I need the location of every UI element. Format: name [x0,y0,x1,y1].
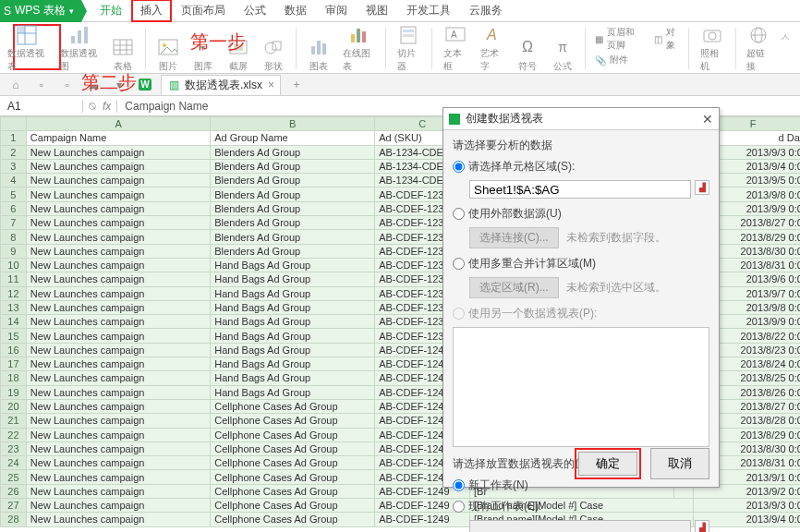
row-header[interactable]: 5 [1,187,27,201]
row-header[interactable]: 18 [1,371,27,385]
cell[interactable]: New Launches campaign [26,286,210,300]
cell[interactable]: Cellphone Cases Ad Group [211,470,375,484]
ribbon-textbox[interactable]: A文本框 [440,24,471,73]
radio-existsheet[interactable] [453,501,465,513]
row-header[interactable]: 6 [1,201,27,215]
row-header[interactable]: 11 [1,272,27,286]
cell[interactable]: New Launches campaign [26,258,210,272]
cell[interactable]: New Launches campaign [26,470,210,484]
radio-external[interactable] [453,208,465,220]
ribbon-symbol[interactable]: Ω符号 [513,24,542,73]
menu-review[interactable]: 审阅 [316,0,357,22]
ribbon-equation[interactable]: π公式 [548,24,577,73]
close-icon[interactable]: × [268,79,274,91]
cell[interactable]: New Launches campaign [26,343,210,357]
row-header[interactable]: 7 [1,216,27,230]
row-header[interactable]: 13 [1,300,27,314]
row-header[interactable]: 28 [1,513,27,526]
opt-external[interactable]: 使用外部数据源(U) [453,206,709,222]
cell[interactable]: New Launches campaign [26,159,210,173]
cell[interactable]: New Launches campaign [26,456,210,470]
row-header[interactable]: 19 [1,385,27,399]
cell[interactable]: New Launches campaign [26,385,210,399]
cell[interactable]: New Launches campaign [26,414,210,428]
menu-view[interactable]: 视图 [357,0,397,22]
ribbon-slicer[interactable]: 切片器 [394,24,425,73]
ribbon-pivottable[interactable]: 数据透视表 [4,24,51,73]
cell[interactable]: New Launches campaign [26,484,210,498]
cell[interactable]: Blenders Ad Group [211,187,375,201]
cell[interactable]: New Launches campaign [26,428,210,441]
cell[interactable]: New Launches campaign [26,187,210,201]
dropdown-icon[interactable]: ▾ [69,6,74,16]
row-header[interactable]: 16 [1,343,27,357]
ribbon-table[interactable]: 表格 [108,24,138,73]
cell[interactable]: Hand Bags Ad Group [211,371,375,385]
row-header[interactable]: 15 [1,329,27,343]
ribbon-pivotchart[interactable]: 数据透视图 [56,24,103,73]
cell[interactable]: Blenders Ad Group [211,201,375,215]
menu-cloud[interactable]: 云服务 [460,0,512,22]
row-header[interactable]: 27 [1,499,27,513]
menu-layout[interactable]: 页面布局 [172,0,235,22]
cell[interactable]: New Launches campaign [26,499,210,513]
cell[interactable]: Blenders Ad Group [211,159,375,173]
ribbon-camera[interactable]: 照相机 [697,24,728,73]
cell[interactable]: New Launches campaign [26,315,210,329]
range-picker-icon[interactable]: ▟ [695,180,709,195]
formula-value[interactable]: Campaign Name [117,100,215,113]
cell[interactable]: Hand Bags Ad Group [211,315,375,329]
ribbon-chart[interactable]: 图表 [304,24,333,73]
cell[interactable]: New Launches campaign [26,174,210,187]
menu-data[interactable]: 数据 [275,0,316,22]
menu-start[interactable]: 开始 [91,0,131,22]
cell[interactable]: Campaign Name [26,131,210,145]
cell[interactable]: Blenders Ad Group [211,230,375,244]
ribbon-headerfooter[interactable]: ▦页眉和页脚 [593,26,645,52]
row-header[interactable]: 14 [1,315,27,329]
cancel-button[interactable]: 取消 [650,448,709,479]
cell[interactable]: Cellphone Cases Ad Group [211,399,375,413]
radio-newsheet[interactable] [453,479,465,491]
ribbon-attachment[interactable]: 📎附件 [593,54,630,66]
doc-tab-active[interactable]: ▥ 数据透视表.xlsx × [161,75,281,95]
row-header[interactable]: 22 [1,428,27,441]
row-header[interactable]: 21 [1,414,27,428]
opt-select-range[interactable]: 请选择单元格区域(S): [453,159,709,175]
cell[interactable]: Hand Bags Ad Group [211,300,375,314]
cell[interactable]: New Launches campaign [26,201,210,215]
doc-browser-icon[interactable]: ▫ [31,77,52,93]
cell[interactable]: Cellphone Cases Ad Group [211,456,375,470]
row-header[interactable]: 26 [1,484,27,498]
menu-insert[interactable]: 插入 [131,0,172,22]
row-header[interactable]: 23 [1,441,27,455]
ribbon-gallery[interactable]: ▾图库 [188,24,218,73]
row-header[interactable]: 1 [1,131,27,145]
name-box[interactable]: A1 [0,100,83,113]
cell[interactable]: Cellphone Cases Ad Group [211,499,375,513]
col-A[interactable]: A [26,117,210,131]
more-icon[interactable]: ▾ [109,77,129,93]
radio-range[interactable] [453,161,465,173]
row-header[interactable]: 12 [1,286,27,300]
row-header[interactable]: 9 [1,244,27,258]
cell[interactable]: Hand Bags Ad Group [211,272,375,286]
ribbon-picture[interactable]: 图片 [153,24,183,73]
opt-multi[interactable]: 使用多重合并计算区域(M) [453,256,709,272]
cell[interactable]: Ad Group Name [211,131,375,145]
cell[interactable]: Hand Bags Ad Group [211,286,375,300]
cell[interactable]: Hand Bags Ad Group [211,343,375,357]
cell[interactable]: Hand Bags Ad Group [211,258,375,272]
row-header[interactable]: 2 [1,145,27,159]
fx-cancel-icon[interactable]: ⦰ [89,100,97,113]
radio-multi[interactable] [453,258,465,270]
cell[interactable]: Blenders Ad Group [211,244,375,258]
cell[interactable]: Cellphone Cases Ad Group [211,484,375,498]
cell[interactable]: New Launches campaign [26,272,210,286]
cell[interactable]: New Launches campaign [26,300,210,314]
cell[interactable]: Cellphone Cases Ad Group [211,513,375,526]
dialog-titlebar[interactable]: 创建数据透视表 ✕ [443,108,719,130]
cell[interactable]: New Launches campaign [26,513,210,526]
row-header[interactable]: 10 [1,258,27,272]
cloud-doc-icon[interactable]: ☁ [83,77,103,93]
